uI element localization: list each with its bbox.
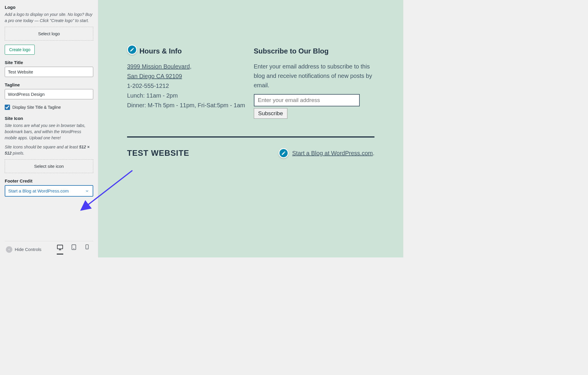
pencil-icon: [130, 47, 134, 52]
address-link-line2[interactable]: San Diego CA 92109: [127, 73, 182, 79]
site-title-label: Site Title: [5, 60, 93, 65]
footer-credit-label: Footer Credit: [5, 178, 93, 183]
customizer-sidebar: Logo Add a logo to display on your site.…: [0, 0, 98, 257]
footer-credit-area: Start a Blog at WordPress.com.: [279, 148, 374, 158]
site-preview: Hours & Info 3999 Mission Boulevard, San…: [98, 0, 403, 257]
subscribe-email-input[interactable]: [254, 94, 360, 106]
create-logo-button[interactable]: Create logo: [5, 45, 35, 55]
footer-widgets-row: Hours & Info 3999 Mission Boulevard, San…: [127, 47, 374, 119]
site-title-input[interactable]: [5, 67, 93, 77]
hours-info-widget: Hours & Info 3999 Mission Boulevard, San…: [127, 47, 248, 119]
select-logo-button[interactable]: Select logo: [5, 27, 93, 41]
dinner-text: Dinner: M-Th 5pm - 11pm, Fri-Sat:5pm - 1…: [127, 102, 245, 108]
collapse-left-icon: [6, 246, 12, 253]
site-icon-desc1: Site Icons are what you see in browser t…: [5, 123, 93, 141]
hours-heading: Hours & Info: [139, 47, 248, 55]
footer-site-title: TEST WEBSITE: [127, 149, 189, 158]
sidebar-scroll: Logo Add a logo to display on your site.…: [5, 4, 93, 241]
footer-credit-select[interactable]: Start a Blog at WordPress.com: [5, 185, 93, 197]
edit-widget-button[interactable]: [127, 45, 137, 55]
subscribe-button[interactable]: Subscribe: [254, 108, 288, 119]
address-link-line1[interactable]: 3999 Mission Boulevard,: [127, 63, 191, 70]
device-preview-toggle: [57, 244, 90, 255]
hide-controls-button[interactable]: Hide Controls: [6, 246, 41, 253]
select-site-icon-button[interactable]: Select site icon: [5, 159, 93, 173]
subscribe-heading: Subscribe to Our Blog: [254, 47, 375, 55]
svg-rect-0: [57, 245, 63, 249]
sidebar-bottom-bar: Hide Controls: [5, 241, 93, 257]
mobile-icon[interactable]: [84, 244, 90, 255]
desktop-icon[interactable]: [57, 244, 63, 255]
pencil-icon: [281, 151, 286, 155]
display-title-label: Display Site Title & Tagline: [12, 105, 61, 110]
hide-controls-label: Hide Controls: [15, 247, 41, 252]
footer-row: TEST WEBSITE Start a Blog at WordPress.c…: [127, 148, 374, 158]
tagline-label: Tagline: [5, 82, 93, 87]
footer-credit-link[interactable]: Start a Blog at WordPress.com: [292, 150, 373, 156]
display-title-checkbox[interactable]: [5, 105, 10, 110]
lunch-text: Lunch: 11am - 2pm: [127, 92, 178, 99]
tagline-input[interactable]: [5, 89, 93, 99]
logo-section-label: Logo: [5, 5, 93, 10]
phone-text: 1-202-555-1212: [127, 83, 169, 89]
tablet-icon[interactable]: [71, 244, 77, 255]
logo-section-desc: Add a logo to display on your site. No l…: [5, 11, 93, 24]
edit-footer-credit-button[interactable]: [279, 148, 289, 158]
footer-divider: [127, 136, 374, 138]
site-icon-desc2: Site Icons should be square and at least…: [5, 144, 93, 156]
site-icon-label: Site Icon: [5, 116, 93, 121]
subscribe-desc: Enter your email address to subscribe to…: [254, 62, 375, 90]
subscribe-widget: Subscribe to Our Blog Enter your email a…: [254, 47, 375, 119]
hours-content: 3999 Mission Boulevard, San Diego CA 921…: [127, 62, 248, 110]
